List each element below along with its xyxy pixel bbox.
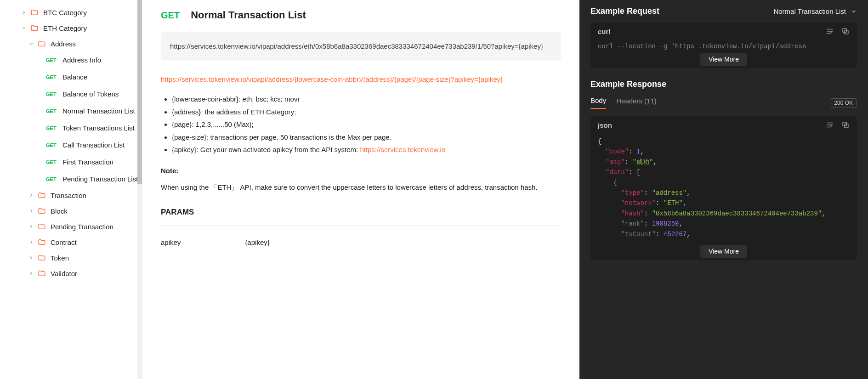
chevron-down-icon: [28, 40, 35, 47]
url-pattern-link[interactable]: https://services.tokenview.io/vipapi/add…: [161, 74, 561, 85]
parameter-bullets: {lowercase-coin-abbr}: eth; bsc; kcs; mo…: [161, 93, 561, 156]
chevron-right-icon: [28, 223, 35, 230]
sidebar: BTC Category ETH Category Address GETAdd…: [0, 0, 142, 379]
wrap-icon[interactable]: [826, 121, 834, 129]
folder-icon: [38, 40, 46, 48]
sidebar-endpoint[interactable]: GETBalance: [0, 68, 142, 85]
http-method-tag: GET: [46, 57, 58, 63]
tree-label: Pending Transaction: [51, 223, 113, 231]
code-lang: curl: [598, 28, 611, 35]
chevron-right-icon: [28, 207, 35, 215]
bullet-item: {page-size}: transactions per page. 50 t…: [172, 131, 561, 143]
sidebar-endpoint[interactable]: GETToken Transactions List: [0, 119, 142, 136]
folder-icon: [38, 207, 46, 215]
endpoint-label: Balance of Tokens: [62, 89, 119, 99]
endpoint-label: Balance: [62, 72, 87, 82]
params-heading: PARAMS: [161, 208, 561, 226]
folder-icon: [38, 238, 46, 246]
sidebar-endpoint[interactable]: GETCall Transaction List: [0, 136, 142, 153]
folder-icon: [38, 269, 46, 277]
main-content: GET Normal Transaction List https://serv…: [142, 0, 579, 379]
bullet-item: {apikey}: Get your own activated apikey …: [172, 144, 561, 156]
example-selector[interactable]: Normal Transaction List: [773, 7, 857, 15]
folder-icon: [38, 191, 46, 199]
selector-label: Normal Transaction List: [773, 7, 846, 15]
endpoint-label: Call Transaction List: [62, 140, 125, 150]
bullet-item: {page}: 1,2,3,......50 (Max);: [172, 119, 561, 130]
chevron-down-icon: [851, 8, 857, 15]
status-badge: 200 OK: [830, 98, 857, 107]
tree-folder[interactable]: Block: [0, 203, 142, 219]
request-code-card: curl curl --location -g 'https .tokenvie…: [590, 23, 857, 68]
endpoint-label: Pending Transaction List: [62, 174, 138, 184]
tree-label: Address: [51, 40, 76, 48]
response-code-card: json { "code": 1, "msg": "成功", "data": […: [590, 116, 857, 260]
tree-btc-category[interactable]: BTC Category: [0, 5, 142, 20]
note-text: When using the 「ETH」 API, make sure to c…: [161, 182, 561, 193]
http-method-tag: GET: [46, 159, 58, 165]
folder-icon: [38, 222, 46, 231]
http-method-tag: GET: [46, 125, 58, 131]
tree-eth-category[interactable]: ETH Category: [0, 20, 142, 36]
tree-label: Transaction: [51, 192, 86, 199]
sidebar-endpoint[interactable]: GETNormal Transaction List: [0, 102, 142, 119]
bullet-item: {lowercase-coin-abbr}: eth; bsc; kcs; mo…: [172, 93, 561, 105]
tree-address-folder[interactable]: Address: [0, 36, 142, 51]
folder-icon: [30, 24, 39, 32]
param-row: apikey {apikey}: [161, 238, 561, 246]
tree-label: ETH Category: [43, 24, 87, 32]
tree-label: Validator: [51, 270, 77, 277]
tree-folder[interactable]: Contract: [0, 234, 142, 250]
example-panel: Example Request Normal Transaction List …: [579, 0, 868, 379]
chevron-right-icon: [20, 9, 28, 16]
copy-icon[interactable]: [841, 121, 850, 129]
folder-icon: [38, 254, 46, 262]
tree-folder[interactable]: Validator: [0, 266, 142, 281]
endpoint-label: Address Info: [62, 55, 101, 65]
apikey-link[interactable]: https://services.tokenview.io: [360, 146, 445, 153]
endpoint-label: First Transaction: [62, 157, 113, 167]
view-more-button[interactable]: View More: [700, 245, 747, 258]
code-lang: json: [598, 121, 612, 129]
endpoint-label: Normal Transaction List: [62, 106, 135, 116]
tab-body[interactable]: Body: [590, 96, 606, 109]
http-method-tag: GET: [46, 176, 58, 182]
sidebar-endpoint[interactable]: GETPending Transaction List: [0, 170, 142, 187]
sidebar-endpoint[interactable]: GETBalance of Tokens: [0, 85, 142, 102]
folder-icon: [30, 8, 39, 17]
view-more-button[interactable]: View More: [700, 53, 747, 66]
example-response-title: Example Response: [590, 79, 857, 89]
http-method-tag: GET: [46, 74, 58, 80]
scrollbar[interactable]: [137, 0, 142, 379]
tree-label: Token: [51, 254, 69, 262]
chevron-right-icon: [28, 192, 35, 199]
sidebar-endpoint[interactable]: GETAddress Info: [0, 51, 142, 68]
tree-label: Block: [51, 207, 68, 215]
tree-label: BTC Category: [43, 9, 87, 17]
chevron-right-icon: [28, 254, 35, 261]
tree-label: Contract: [51, 238, 77, 246]
sidebar-endpoint[interactable]: GETFirst Transaction: [0, 153, 142, 170]
param-value: {apikey}: [245, 238, 269, 246]
chevron-right-icon: [28, 238, 35, 246]
copy-icon[interactable]: [841, 27, 850, 35]
note-label: Note:: [161, 167, 561, 175]
tree-folder[interactable]: Pending Transaction: [0, 219, 142, 234]
bullet-item: {address}: the address of ETH Category;: [172, 106, 561, 118]
http-method-tag: GET: [46, 108, 58, 114]
json-code: { "code": 1, "msg": "成功", "data": [ { "t…: [590, 134, 857, 260]
param-key: apikey: [161, 238, 181, 246]
http-method-tag: GET: [46, 142, 58, 148]
chevron-right-icon: [28, 270, 35, 277]
http-method-tag: GET: [46, 91, 58, 97]
tree-folder[interactable]: Transaction: [0, 187, 142, 203]
example-request-title: Example Request: [590, 6, 659, 16]
page-title: Normal Transaction List: [191, 9, 306, 21]
tab-headers[interactable]: Headers (11): [616, 97, 657, 108]
endpoint-label: Token Transactions List: [62, 123, 135, 133]
wrap-icon[interactable]: [826, 27, 834, 35]
request-url-box: https://services.tokenview.io/vipapi/add…: [161, 32, 561, 61]
tree-folder[interactable]: Token: [0, 250, 142, 266]
http-method: GET: [161, 10, 180, 21]
chevron-down-icon: [20, 24, 28, 32]
